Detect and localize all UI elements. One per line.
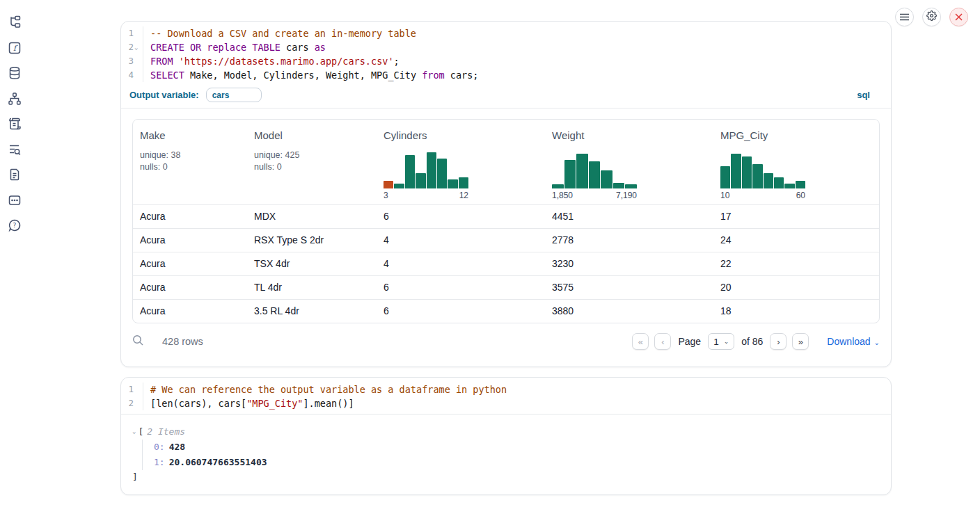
histogram-bar[interactable] — [742, 156, 752, 188]
table-row[interactable]: AcuraRSX Type S 2dr4277824 — [133, 228, 879, 252]
histogram-bar[interactable] — [625, 184, 637, 188]
histogram-bar[interactable] — [613, 183, 625, 188]
histogram-bar[interactable] — [796, 181, 805, 188]
table-cell: Acura — [133, 229, 247, 252]
histogram-bar[interactable] — [394, 184, 404, 188]
table-cell: 22 — [713, 252, 879, 275]
search-icon[interactable] — [132, 335, 144, 349]
table-cell: MDX — [247, 205, 377, 228]
column-header-cylinders[interactable]: Cylinders 3 12 — [377, 129, 545, 200]
histogram-bar[interactable] — [459, 177, 468, 188]
histogram-bar[interactable] — [448, 179, 457, 188]
histogram-bar[interactable] — [601, 170, 612, 188]
cylinders-histogram — [384, 152, 468, 188]
table-row[interactable]: AcuraMDX6445117 — [133, 204, 879, 228]
mpg-city-histogram — [720, 152, 805, 188]
list-item: 0:428 — [154, 440, 880, 455]
page-select[interactable]: 1 ⌄ — [708, 333, 734, 350]
chevron-down-icon: ⌄ — [874, 339, 880, 346]
notebook: 1 2⌄ 3 4 -- Download a CSV and create an… — [120, 0, 892, 495]
histogram-bar[interactable] — [384, 181, 393, 188]
code-line: -- Download a CSV and create an in-memor… — [150, 26, 891, 40]
table-cell: 3.5 RL 4dr — [247, 300, 377, 323]
histogram-bar[interactable] — [731, 154, 741, 188]
sql-editor[interactable]: 1 2⌄ 3 4 -- Download a CSV and create an… — [121, 22, 891, 86]
axis-max-label: 60 — [796, 191, 805, 200]
table-row[interactable]: AcuraTL 4dr6357520 — [133, 275, 879, 299]
table-footer: 428 rows « ‹ Page 1 ⌄ of 86 › » Download… — [132, 328, 880, 355]
output-variable-input[interactable] — [206, 88, 262, 102]
next-page-button[interactable]: › — [770, 333, 787, 350]
table-cell: Acura — [133, 276, 247, 299]
close-icon — [955, 11, 963, 24]
menu-button[interactable] — [895, 8, 914, 26]
fold-chevron-icon[interactable]: ⌄ — [134, 40, 141, 54]
snippets-icon[interactable] — [8, 193, 22, 207]
scratchpad-icon[interactable] — [8, 117, 22, 131]
histogram-bar[interactable] — [576, 154, 588, 188]
page-label: Page — [678, 336, 701, 347]
prev-page-button[interactable]: ‹ — [654, 333, 671, 350]
histogram-bar[interactable] — [405, 155, 415, 188]
close-bracket: ] — [132, 472, 880, 482]
last-page-button[interactable]: » — [792, 333, 809, 350]
code-line: CREATE OR replace TABLE cars as — [150, 40, 891, 54]
table-cell: 6 — [377, 276, 545, 299]
histogram-bar[interactable] — [552, 184, 564, 188]
table-cell: 2778 — [545, 229, 713, 252]
table-cell: Acura — [133, 300, 247, 323]
page-total-label: of 86 — [741, 336, 763, 347]
column-header-model[interactable]: Model unique: 425 nulls: 0 — [247, 129, 377, 200]
histogram-bar[interactable] — [720, 166, 730, 188]
table-cell: TSX 4dr — [247, 252, 377, 275]
histogram-bar[interactable] — [764, 173, 773, 188]
logs-icon[interactable] — [8, 143, 22, 156]
histogram-bar[interactable] — [437, 159, 447, 188]
download-button[interactable]: Download ⌄ — [827, 336, 880, 347]
histogram-bar[interactable] — [589, 161, 601, 188]
file-tree-icon[interactable] — [8, 15, 22, 29]
help-icon[interactable]: ? — [8, 218, 22, 232]
histogram-bar[interactable] — [752, 164, 762, 188]
svg-text:f: f — [13, 44, 18, 53]
column-header-weight[interactable]: Weight 1,850 7,190 — [545, 129, 713, 200]
datasources-icon[interactable] — [8, 66, 22, 80]
documentation-icon[interactable] — [8, 168, 22, 182]
variables-icon[interactable]: f — [8, 41, 22, 55]
histogram-bar[interactable] — [416, 173, 425, 188]
line-number-gutter: 1 2 — [121, 383, 143, 410]
table-cell: 24 — [713, 229, 879, 252]
histogram-bar[interactable] — [564, 160, 576, 188]
table-cell: 17 — [713, 205, 879, 228]
tree-body: 0:428 1:20.060747663551403 — [142, 440, 880, 470]
list-item: 1:20.060747663551403 — [154, 455, 880, 470]
first-page-button[interactable]: « — [632, 333, 649, 350]
histogram-bar[interactable] — [774, 177, 784, 188]
table-row[interactable]: AcuraTSX 4dr4323022 — [133, 252, 879, 275]
histogram-bar[interactable] — [427, 152, 436, 188]
close-button[interactable] — [949, 8, 968, 26]
histogram-bar[interactable] — [784, 184, 794, 188]
settings-button[interactable] — [922, 8, 941, 26]
axis-min-label: 1,850 — [552, 191, 573, 200]
column-unique-count: unique: 38 — [140, 150, 242, 161]
collapse-chevron-icon[interactable]: ⌄ — [132, 428, 136, 435]
table-cell: 4 — [377, 252, 545, 275]
axis-max-label: 7,190 — [616, 191, 637, 200]
item-value: 20.060747663551403 — [169, 457, 267, 467]
svg-text:?: ? — [13, 222, 17, 229]
column-header-make[interactable]: Make unique: 38 nulls: 0 — [133, 129, 247, 200]
hamburger-icon — [900, 11, 909, 24]
chevron-down-icon: ⌄ — [724, 338, 729, 345]
python-code: # We can reference the output variable a… — [143, 383, 891, 410]
table-cell: 4 — [377, 229, 545, 252]
table-row[interactable]: Acura3.5 RL 4dr6388018 — [133, 299, 879, 323]
open-bracket: [ — [138, 426, 143, 437]
column-header-mpg-city[interactable]: MPG_City 10 60 — [713, 129, 879, 200]
table-cell: 3230 — [545, 252, 713, 275]
python-editor[interactable]: 1 2 # We can reference the output variab… — [121, 378, 891, 414]
line-number-gutter: 1 2⌄ 3 4 — [121, 26, 143, 82]
dependency-graph-icon[interactable] — [8, 92, 22, 106]
sql-cell: 1 2⌄ 3 4 -- Download a CSV and create an… — [120, 21, 892, 367]
item-index: 0: — [154, 442, 165, 452]
